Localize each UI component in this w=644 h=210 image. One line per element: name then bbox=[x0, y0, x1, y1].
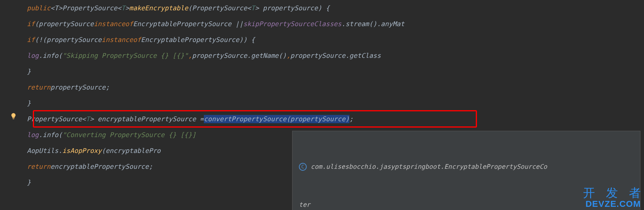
code-line[interactable]: } bbox=[27, 95, 644, 111]
code-line[interactable]: } bbox=[27, 63, 644, 79]
code-line[interactable]: if (!(propertySource instanceof Encrypta… bbox=[27, 32, 644, 48]
code-line[interactable]: return propertySource; bbox=[27, 79, 644, 95]
code-line[interactable]: PropertySource<T> encryptablePropertySou… bbox=[27, 111, 644, 127]
selected-method-call[interactable]: convertPropertySource(propertySource) bbox=[204, 115, 350, 123]
class-fqn: com.ulisesbocchio.jasyptspringboot.Encry… bbox=[311, 160, 547, 173]
lightbulb-icon[interactable] bbox=[10, 113, 17, 120]
class-icon: C bbox=[299, 163, 307, 171]
code-line[interactable]: if (propertySource instanceof Encryptabl… bbox=[27, 16, 644, 32]
watermark-en: DEVZE.COM bbox=[585, 199, 641, 209]
code-line[interactable]: log.info("Skipping PropertySource {} [{}… bbox=[27, 48, 644, 63]
watermark-cn: 开发者 bbox=[583, 187, 644, 199]
code-line[interactable]: public <T> PropertySource<T> makeEncrypt… bbox=[27, 0, 644, 16]
watermark: 开发者 DEVZE.COM bbox=[583, 187, 641, 208]
editor-gutter bbox=[0, 0, 24, 210]
class-fqn-row[interactable]: C com.ulisesbocchio.jasyptspringboot.Enc… bbox=[299, 160, 634, 173]
